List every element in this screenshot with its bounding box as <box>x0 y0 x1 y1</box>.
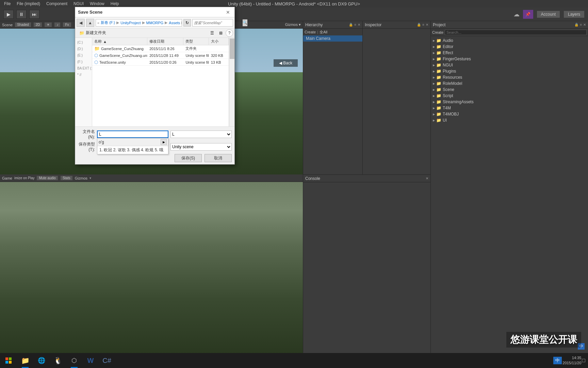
scene-btn-lights[interactable]: ☀ <box>44 22 52 27</box>
menu-help[interactable]: Help <box>108 1 122 7</box>
crumb-unityproject[interactable]: UnityProject <box>120 21 141 25</box>
dialog-help-btn[interactable]: ? <box>226 29 233 37</box>
search-submit-btn[interactable]: 🔍 <box>243 19 247 26</box>
col-header-type[interactable]: 类型 <box>183 38 209 45</box>
taskbar-app-word[interactable]: W <box>82 353 99 368</box>
project-close-btn[interactable]: ✕ <box>583 23 586 27</box>
drive-ba-ext[interactable]: BA EXT (: <box>75 65 92 72</box>
hierarchy-all-label[interactable]: 全All <box>320 30 327 35</box>
taskbar-app-qq[interactable]: 🐧 <box>50 353 66 368</box>
scene-btn-2d[interactable]: 2D <box>33 22 43 27</box>
file-row-2[interactable]: ⬡ TestScene.unity 2015/11/20 0:26 Unity … <box>92 59 229 66</box>
col-header-name[interactable]: 名称 ▲ <box>92 38 147 45</box>
scene-btn-audio[interactable]: ♪ <box>54 22 61 27</box>
drive-c[interactable]: (C:) <box>75 39 92 46</box>
word-icon: W <box>87 357 94 365</box>
cloud-icon[interactable]: ☁ <box>513 11 520 18</box>
file-row-0[interactable]: 📁 GameScene_CunZhuang 2015/11/1 8:26 文件夹 <box>92 45 229 52</box>
project-folder-script[interactable]: ▶ 📁 Script <box>431 93 588 99</box>
taskbar-app-browser[interactable]: 🌐 <box>33 353 50 368</box>
crumb-newvol[interactable]: 新卷 (F:) <box>101 20 115 25</box>
inspector-lock-btn[interactable]: 🔒 <box>417 23 421 27</box>
project-folder-ui[interactable]: ▶ 📁 UI <box>431 117 588 123</box>
project-folder-streamingassets[interactable]: ▶ 📁 StreamingAssets <box>431 99 588 105</box>
project-folder-resources[interactable]: ▶ 📁 Resources <box>431 74 588 80</box>
crumb-assets[interactable]: Assets <box>169 21 180 25</box>
project-lock-btn[interactable]: 🔒 <box>574 23 578 27</box>
ime-mode-btn[interactable]: 中 <box>553 357 562 364</box>
project-menu-btn[interactable]: ≡ <box>580 23 582 27</box>
autocomplete-toggle-btn[interactable]: ▶ <box>161 139 167 145</box>
dialog-close-button[interactable]: ✕ <box>224 9 232 16</box>
stats-btn[interactable]: Stats <box>60 175 73 181</box>
project-search-input[interactable] <box>445 30 587 35</box>
autocomplete-suggestions[interactable]: 1. 欧冠 2. 讴歌 3. 偶感 4. 欧规 5. 哦 <box>97 146 168 154</box>
scene-label: Scene <box>2 23 13 27</box>
project-folder-audio[interactable]: ▶ 📁 Audio <box>431 37 588 44</box>
pin-icon-btn[interactable]: 📌 <box>523 10 533 19</box>
crumb-mmorpg[interactable]: MMORPG <box>146 21 164 25</box>
project-folder-fingergestures[interactable]: ▶ 📁 FingerGestures <box>431 56 588 62</box>
hierarchy-close-btn[interactable]: ✕ <box>358 23 360 27</box>
view-grid-btn[interactable]: ⊞ <box>217 29 225 37</box>
hierarchy-lock-btn[interactable]: 🔒 <box>349 23 353 27</box>
hierarchy-menu-btn[interactable]: ≡ <box>354 23 356 27</box>
filename-input[interactable] <box>97 131 168 138</box>
taskbar-app-unity[interactable]: ⬡ <box>66 353 82 368</box>
menu-ngui[interactable]: NGUI <box>71 1 86 7</box>
menu-items: File File (implied) Component NGUI Windo… <box>0 1 121 7</box>
file-row-1[interactable]: ⬡ GameScene_CunZhuang.unity 2015/11/28 1… <box>92 52 229 59</box>
col-header-size[interactable]: 大小 <box>209 38 229 45</box>
drive-e[interactable]: (E:) <box>75 52 92 59</box>
filename-dropdown[interactable]: L <box>170 131 232 138</box>
project-folder-plugins[interactable]: ▶ 📁 Plugins <box>431 68 588 74</box>
gizmos-dropdown-icon[interactable]: ▾ <box>89 176 91 180</box>
scene-btn-draw[interactable]: Shaded <box>15 22 31 27</box>
pause-button[interactable]: ⏸ <box>16 10 27 19</box>
mute-audio-btn[interactable]: Mute audio <box>36 175 58 181</box>
project-folder-scene[interactable]: ▶ 📁 Scene <box>431 87 588 93</box>
inspector-menu-btn[interactable]: ≡ <box>422 23 424 27</box>
start-button[interactable] <box>0 353 17 368</box>
taskbar-app-vscode[interactable]: C# <box>99 353 115 368</box>
save-dialog[interactable]: Save Scene ✕ ◀ ▲ « 新卷 (F:) ▶ UnityProjec… <box>75 7 235 165</box>
menu-file[interactable]: File <box>1 1 13 7</box>
play-button[interactable]: ▶ <box>3 10 14 19</box>
inspector-close-btn[interactable]: ✕ <box>426 23 428 27</box>
new-folder-button[interactable]: 📁 新建文件夹 <box>77 29 109 36</box>
nav-back-button[interactable]: ◀ <box>77 19 85 27</box>
console-close-btn[interactable]: ✕ <box>426 177 428 180</box>
drive-d[interactable]: (D:) <box>75 46 92 52</box>
hierarchy-create-label[interactable]: Create <box>305 30 316 34</box>
col-header-date[interactable]: 修改日期 <box>147 38 183 45</box>
filetype-dropdown[interactable]: Unity scene <box>170 143 232 151</box>
dialog-scrollbar[interactable] <box>229 38 234 126</box>
project-folder-t4m[interactable]: ▶ 📁 T4M <box>431 105 588 111</box>
scene-btn-fx[interactable]: Fx <box>63 22 71 27</box>
scrollbar-thumb[interactable] <box>230 39 234 59</box>
refresh-button[interactable]: ↻ <box>183 19 191 27</box>
menu-gameobject[interactable]: File (implied) <box>14 1 43 7</box>
view-list-btn[interactable]: ☰ <box>208 29 216 37</box>
save-button[interactable]: 保存(S) <box>175 154 202 162</box>
taskbar-app-explorer[interactable]: 📁 <box>17 353 33 368</box>
nav-up-button[interactable]: ▲ <box>86 19 94 27</box>
back-button[interactable]: ◀ Back <box>274 59 298 67</box>
layers-button[interactable]: Layers <box>564 11 585 18</box>
project-folder-rolemodel[interactable]: ▶ 📁 RoleModel <box>431 80 588 87</box>
project-create-btn[interactable]: Create <box>432 30 443 34</box>
menu-window[interactable]: Window <box>87 1 107 7</box>
project-folder-ngui[interactable]: ▶ 📁 NGUI <box>431 62 588 68</box>
drive-f[interactable]: (F:) <box>75 59 92 65</box>
drive-net[interactable]: * // <box>75 72 92 78</box>
search-input[interactable] <box>193 21 243 25</box>
cancel-button[interactable]: 取消 <box>205 154 232 162</box>
notification-icon[interactable]: □ <box>582 357 585 364</box>
account-button[interactable]: Account <box>537 11 560 18</box>
step-button[interactable]: ⏭ <box>29 10 39 19</box>
project-folder-effect[interactable]: ▶ 📁 Effect <box>431 50 588 56</box>
menu-component[interactable]: Component <box>44 1 70 7</box>
hierarchy-item-main-camera[interactable]: Main Camera <box>303 35 362 42</box>
project-folder-editor[interactable]: ▶ 📁 Editor <box>431 44 588 50</box>
project-folder-t4mobj[interactable]: ▶ 📁 T4MOBJ <box>431 111 588 117</box>
